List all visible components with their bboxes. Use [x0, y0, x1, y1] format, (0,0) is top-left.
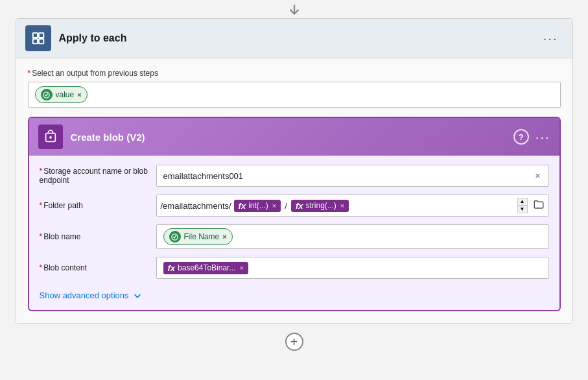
path-slash: / — [283, 201, 288, 211]
storage-account-label: *Storage account name or blob endpoint — [40, 167, 156, 185]
add-button-row: + — [285, 333, 303, 351]
svg-rect-3 — [38, 39, 43, 43]
svg-rect-2 — [32, 39, 37, 43]
string-chip-text: string(...) — [305, 201, 336, 210]
apply-to-each-body: *Select an output from previous steps va… — [16, 58, 572, 323]
folder-path-spinner: ▲ ▼ — [517, 198, 528, 213]
apply-to-each-icon-wrap — [25, 25, 51, 51]
file-name-token-icon — [169, 231, 181, 243]
show-advanced-label: Show advanced options — [40, 291, 129, 300]
create-blob-card: Create blob (V2) ? ··· *Storage account … — [28, 117, 561, 311]
chevron-down-icon — [133, 291, 142, 300]
value-token: value × — [35, 86, 88, 103]
int-chip-close[interactable]: × — [272, 202, 276, 209]
folder-path-field[interactable]: /emailattachments/ fx int(...) × / fx st… — [156, 195, 549, 217]
svg-rect-1 — [38, 33, 43, 38]
file-name-token-text: File Name — [184, 232, 220, 241]
create-blob-header: Create blob (V2) ? ··· — [29, 118, 559, 156]
folder-path-row: *Folder path /emailattachments/ fx int(.… — [40, 195, 549, 217]
blob-content-label: *Blob content — [40, 263, 156, 272]
blob-header-actions: ? ··· — [513, 129, 550, 145]
apply-to-each-card: Apply to each ··· *Select an output from… — [16, 18, 573, 324]
apply-to-each-header: Apply to each ··· — [16, 19, 572, 58]
blob-more-button[interactable]: ··· — [535, 130, 550, 143]
file-name-token: File Name × — [163, 228, 233, 245]
page-wrapper: Apply to each ··· *Select an output from… — [0, 0, 588, 380]
blob-content-row: *Blob content fx base64ToBinar... × — [40, 257, 549, 279]
svg-point-6 — [49, 136, 52, 139]
file-name-token-close[interactable]: × — [222, 233, 226, 241]
create-blob-title: Create blob (V2) — [71, 132, 513, 143]
blob-name-field[interactable]: File Name × — [156, 224, 549, 249]
value-token-close[interactable]: × — [77, 91, 81, 99]
base64-chip: fx base64ToBinar... × — [163, 262, 248, 274]
select-output-required-star: * — [28, 69, 31, 78]
string-fx-chip: fx string(...) × — [291, 200, 349, 212]
help-button[interactable]: ? — [513, 129, 529, 145]
storage-account-clear-button[interactable]: × — [534, 171, 541, 180]
add-step-button[interactable]: + — [285, 333, 303, 351]
blob-name-label: *Blob name — [40, 232, 156, 241]
select-output-box[interactable]: value × — [28, 82, 561, 108]
int-chip-text: int(...) — [248, 201, 268, 210]
folder-path-label: *Folder path — [40, 201, 156, 210]
value-token-text: value — [56, 90, 75, 99]
apply-to-each-title: Apply to each — [59, 32, 538, 44]
blob-name-row: *Blob name File Name — [40, 224, 549, 249]
base64-chip-text: base64ToBinar... — [178, 263, 235, 272]
int-fx-chip: fx int(...) × — [234, 200, 281, 212]
folder-browse-button[interactable] — [533, 198, 545, 213]
svg-rect-0 — [32, 33, 37, 38]
folder-path-prefix: /emailattachments/ — [161, 201, 231, 211]
blob-content-field[interactable]: fx base64ToBinar... × — [156, 257, 549, 279]
apply-to-each-more-button[interactable]: ··· — [538, 29, 563, 47]
string-chip-close[interactable]: × — [340, 202, 344, 209]
create-blob-icon-wrap — [38, 125, 63, 149]
show-advanced-options-button[interactable]: Show advanced options — [40, 291, 142, 300]
spinner-up-button[interactable]: ▲ — [517, 198, 528, 206]
spinner-down-button[interactable]: ▼ — [517, 206, 528, 213]
top-connector-arrow — [0, 0, 588, 18]
value-token-icon — [41, 89, 53, 101]
base64-chip-close[interactable]: × — [239, 264, 243, 272]
storage-account-row: *Storage account name or blob endpoint e… — [40, 165, 549, 187]
create-blob-body: *Storage account name or blob endpoint e… — [29, 156, 559, 310]
select-output-label: *Select an output from previous steps — [28, 69, 561, 78]
storage-account-value: emailattachments001 — [163, 171, 534, 181]
storage-account-field[interactable]: emailattachments001 × — [156, 165, 549, 187]
